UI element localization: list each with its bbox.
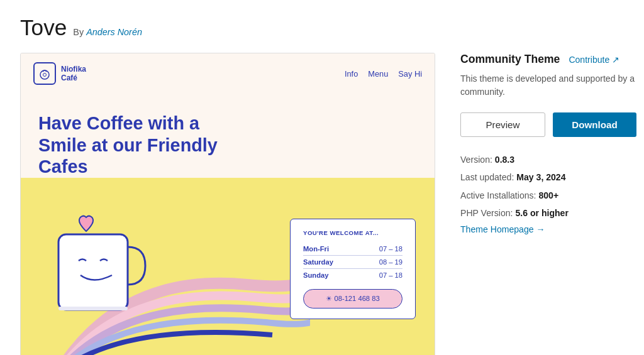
table-row: Sunday07 – 18 [303,268,402,281]
preview-nav-links: Info Menu Say Hi [345,69,422,79]
hero-heading: Have Coffee with a Smile at our Friendly… [38,112,227,178]
preview-nav: NiofikaCafé Info Menu Say Hi [21,53,435,94]
svg-rect-2 [58,234,128,310]
meta-info: Version: 0.8.3 Last updated: May 3, 2024… [460,151,636,222]
svg-point-1 [43,74,47,77]
installs-label: Active Installations: [460,190,536,200]
main-layout: NiofikaCafé Info Menu Say Hi Have Coffee… [20,53,624,355]
theme-homepage-label: Theme Homepage → [460,224,545,234]
installs-value: 800+ [538,190,558,200]
preview-logo: NiofikaCafé [33,62,86,85]
updated-row: Last updated: May 3, 2024 [460,168,636,186]
contribute-label: Contribute ↗ [569,55,619,65]
info-card-title: YOU'RE WELCOME AT... [303,229,402,236]
nav-menu: Menu [368,69,388,79]
download-button[interactable]: Download [553,112,636,137]
table-row: Saturday08 – 19 [303,255,402,268]
author-line: By Anders Norén [73,27,142,37]
version-label: Version: [460,155,492,165]
php-label: PHP Version: [460,208,513,218]
hours-table: Mon-Fri07 – 18 Saturday08 – 19 Sunday07 … [303,243,402,281]
mug-illustration [40,190,165,347]
nav-info: Info [345,69,358,79]
contribute-link[interactable]: Contribute ↗ [569,55,619,65]
updated-label: Last updated: [460,172,514,182]
table-row: Mon-Fri07 – 18 [303,243,402,256]
preview-button[interactable]: Preview [460,112,545,137]
author-link[interactable]: Anders Norén [86,27,142,37]
page-title: Tove [20,15,67,40]
version-value: 0.8.3 [495,155,514,165]
info-card: YOU'RE WELCOME AT... Mon-Fri07 – 18 Satu… [290,219,416,319]
updated-value: May 3, 2024 [516,172,565,182]
community-header: Community Theme Contribute ↗ [460,53,636,66]
sidebar: Community Theme Contribute ↗ This theme … [460,53,636,235]
installs-row: Active Installations: 800+ [460,187,636,204]
version-row: Version: 0.8.3 [460,151,636,168]
preview-hero: Have Coffee with a Smile at our Friendly… [21,94,435,178]
svg-rect-3 [58,307,128,310]
php-value: 5.6 or higher [515,208,569,218]
theme-homepage-link[interactable]: Theme Homepage → [460,224,545,234]
php-row: PHP Version: 5.6 or higher [460,204,636,222]
theme-preview-frame: NiofikaCafé Info Menu Say Hi Have Coffee… [20,53,435,355]
by-label: By [73,27,84,37]
logo-text: NiofikaCafé [61,65,86,83]
preview-bottom: YOU'RE WELCOME AT... Mon-Fri07 – 18 Satu… [21,178,435,355]
svg-point-0 [40,70,49,79]
action-buttons: Preview Download [460,112,636,137]
community-title: Community Theme [460,53,560,66]
cafe-logo-icon [33,62,56,85]
preview-section: NiofikaCafé Info Menu Say Hi Have Coffee… [20,53,435,355]
nav-sayhi: Say Hi [398,69,422,79]
community-description: This theme is developed and supported by… [460,72,636,99]
phone-button: ☀ 08-121 468 83 [303,289,402,309]
